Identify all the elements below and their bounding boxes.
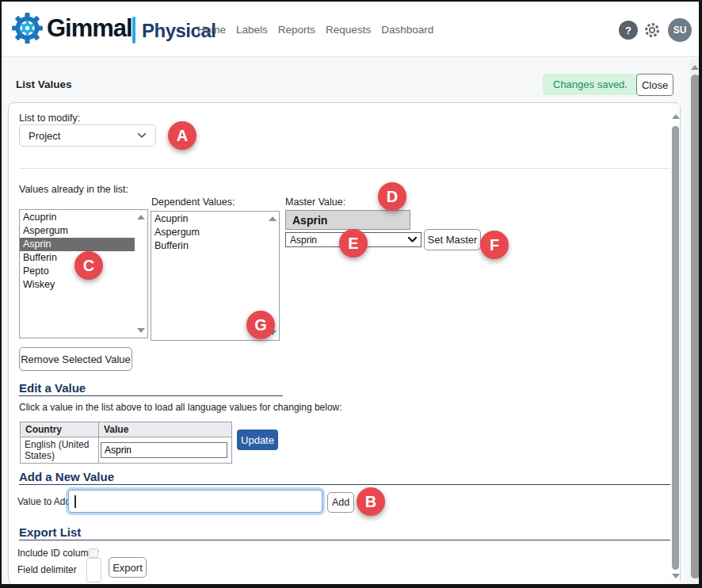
scroll-up-icon[interactable] [691, 65, 699, 70]
gimmal-logo-gear-icon [11, 12, 44, 44]
set-master-button[interactable]: Set Master [424, 229, 481, 250]
annotation-badge-g: G [246, 311, 275, 339]
list-to-modify-label: List to modify: [19, 113, 80, 124]
text-cursor [74, 495, 76, 508]
nav-item-reports[interactable]: Reports [278, 24, 315, 36]
help-icon[interactable]: ? [619, 21, 638, 40]
nav-item-requests[interactable]: Requests [326, 24, 371, 36]
annotation-badge-f: F [480, 231, 509, 259]
chevron-down-icon [408, 237, 417, 242]
edit-value-heading: Edit a Value [19, 381, 86, 395]
main-nav: Home Labels Reports Requests Dashboard [197, 2, 433, 57]
master-select-value: Asprin [290, 235, 317, 246]
nav-item-labels[interactable]: Labels [236, 24, 268, 36]
export-button[interactable]: Export [109, 557, 147, 578]
scroll-up-icon[interactable] [672, 114, 680, 119]
status-badge: Changes saved. [543, 74, 638, 95]
page-title: List Values [16, 78, 72, 90]
scrollbar-thumb[interactable] [691, 74, 700, 578]
section-underline [19, 395, 283, 396]
list-item[interactable]: Acuprin [20, 211, 135, 224]
annotation-badge-e: E [339, 229, 368, 258]
brand-name: Gimmal [47, 14, 132, 43]
export-list-heading: Export List [19, 525, 81, 539]
annotation-badge-a: A [168, 121, 196, 150]
edit-value-input[interactable] [101, 442, 227, 458]
nav-item-dashboard[interactable]: Dashboard [381, 24, 433, 36]
app-header: Gimmal Physical Home Labels Reports Requ… [2, 2, 699, 57]
update-button[interactable]: Update [237, 430, 278, 450]
table-header-row: Country Value [21, 422, 232, 437]
user-avatar[interactable]: SU [668, 18, 692, 42]
column-header-value: Value [99, 422, 232, 437]
close-button[interactable]: Close [636, 74, 673, 96]
include-id-label: Include ID column? [17, 548, 99, 559]
list-item[interactable]: Aspergum [151, 226, 266, 239]
list-values-panel [8, 102, 681, 586]
scroll-up-icon[interactable] [137, 215, 145, 220]
table-row: English (United States) [21, 437, 232, 464]
section-underline [19, 540, 671, 540]
master-value-label: Master Value: [285, 197, 345, 208]
brand-divider [132, 17, 135, 44]
values-list-label: Values already in the list: [19, 184, 128, 195]
list-item[interactable]: Aspergum [20, 224, 135, 238]
list-item[interactable]: Wiskey [20, 278, 135, 292]
include-id-checkbox[interactable] [89, 548, 98, 558]
annotation-badge-d: D [378, 182, 406, 211]
page-scrollbar[interactable] [689, 59, 700, 586]
list-item[interactable]: Acuprin [151, 212, 266, 226]
field-delimiter-label: Field delimiter [17, 564, 77, 575]
field-delimiter-input[interactable] [86, 558, 101, 582]
app-window: Gimmal Physical Home Labels Reports Requ… [0, 0, 702, 588]
chevron-down-icon [137, 132, 147, 139]
section-divider [19, 168, 671, 169]
section-underline [19, 484, 671, 485]
nav-item-home[interactable]: Home [197, 24, 226, 36]
list-to-modify-select[interactable]: Project [19, 124, 156, 147]
edit-value-table: Country Value English (United States) [20, 422, 232, 464]
scroll-down-icon[interactable] [672, 574, 680, 578]
panel-scrollbar[interactable] [670, 104, 680, 584]
column-header-country: Country [21, 422, 99, 437]
scroll-down-icon[interactable] [137, 328, 145, 333]
master-value-field: Asprin [285, 210, 410, 230]
dependent-values-label: Dependent Values: [151, 197, 235, 208]
edit-value-instructions: Click a value in the list above to load … [19, 402, 342, 413]
country-cell: English (United States) [21, 437, 99, 464]
add-value-heading: Add a New Value [19, 470, 114, 483]
value-to-add-label: Value to Add: [17, 496, 74, 507]
scroll-up-icon[interactable] [269, 216, 277, 221]
list-item[interactable]: Bufferin [151, 239, 266, 253]
settings-gear-icon[interactable] [643, 21, 661, 39]
value-to-add-input[interactable] [68, 490, 322, 513]
annotation-badge-c: C [74, 251, 103, 280]
remove-selected-value-button[interactable]: Remove Selected Value [19, 347, 132, 371]
annotation-badge-b: B [357, 487, 385, 516]
add-button[interactable]: Add [327, 492, 354, 513]
list-item-selected[interactable]: Asprin [20, 238, 135, 251]
list-to-modify-selected-value: Project [29, 130, 60, 142]
scrollbar-thumb[interactable] [672, 126, 679, 570]
